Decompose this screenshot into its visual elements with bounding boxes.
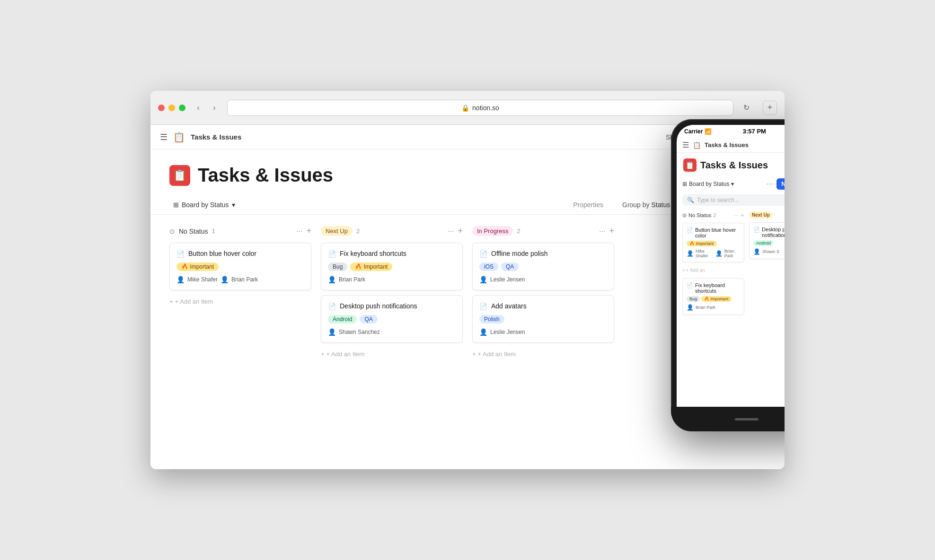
phone-view-selector[interactable]: ⊞ Board by Status ▾ [682, 181, 734, 187]
phone-tag-bug: Bug [687, 296, 700, 302]
phone-avatar-1: 👤 [687, 250, 694, 257]
forward-button[interactable]: › [207, 101, 221, 115]
phone-assignees-3: 👤 Shawn S [753, 248, 785, 255]
column-header-no-status: ⊙ No Status 1 ··· + [169, 224, 311, 238]
no-status-icon: ⊙ [169, 228, 175, 235]
doc-icon: 📄 [176, 250, 185, 258]
phone-column-next-up: Next Up 📄 Desktop push notifications And… [749, 211, 785, 403]
card-add-avatars[interactable]: 📄 Add avatars Polish 👤 Leslie Jensen [472, 295, 614, 343]
card-tags: Bug 🔥 Important [328, 262, 456, 271]
column-add-no-status[interactable]: + [306, 226, 311, 236]
phone-hamburger-icon[interactable]: ☰ [682, 140, 689, 149]
view-selector[interactable]: ⊞ Board by Status ▾ [169, 199, 239, 210]
card-assignees: 👤 Leslie Jensen [479, 328, 607, 336]
card-assignees: 👤 Brian Park [328, 276, 456, 283]
group-by-button[interactable]: Group by Status [618, 199, 674, 210]
assignee-icon-1: 👤 [328, 328, 336, 336]
assignee-icon-1: 👤 [328, 276, 336, 283]
phone-chevron-icon: ▾ [731, 181, 734, 187]
phone-add-item-1[interactable]: + + Add an [682, 266, 744, 274]
tag-important: 🔥 Important [350, 262, 392, 271]
phone-carrier: Carrier 📶 [684, 128, 712, 135]
tag-android: Android [328, 315, 357, 324]
card-title: 📄 Fix keyboard shortcuts [328, 250, 456, 258]
card-title: 📄 Desktop push notifications [328, 302, 456, 310]
phone-assignee-4: Shawn S [762, 249, 779, 254]
phone-screen: Carrier 📶 3:57 PM ▶ 🔋 ☰ 📋 Tasks & Issues… [677, 125, 785, 407]
phone-card-desktop-push[interactable]: 📄 Desktop push notifications Android 👤 S… [749, 222, 785, 259]
phone-card-fix-keyboard[interactable]: 📄 Fix keyboard shortcuts Bug 🔥 Important… [682, 278, 744, 315]
minimize-button[interactable] [168, 105, 175, 111]
add-item-next-up[interactable]: + + Add an Item [321, 348, 463, 360]
url-text: notion.so [472, 104, 499, 112]
phone-toolbar-more[interactable]: ··· [767, 180, 773, 188]
phone-toolbar: ⊞ Board by Status ▾ ··· New Item [677, 175, 785, 192]
column-count-next-up: 2 [356, 228, 360, 235]
close-button[interactable] [158, 105, 165, 111]
doc-icon: 📄 [328, 250, 336, 258]
assignee-icon-1: 👤 [479, 328, 487, 336]
column-more-next-up[interactable]: ··· [448, 227, 454, 236]
phone-tag-important: 🔥 Important [687, 241, 717, 246]
card-fix-keyboard[interactable]: 📄 Fix keyboard shortcuts Bug 🔥 Important… [321, 243, 463, 290]
browser-window: ‹ › 🔒 notion.so ↻ + ☰ 📋 Tasks & Issues S… [150, 91, 785, 469]
add-item-no-status[interactable]: + + Add an Item [169, 295, 311, 308]
card-tags: 🔥 Important [176, 262, 304, 271]
maximize-button[interactable] [179, 105, 185, 111]
add-icon: + [472, 350, 476, 358]
column-add-next-up[interactable]: + [458, 226, 463, 236]
phone-card-tags-2: Bug 🔥 Important [687, 296, 740, 302]
assignee-icon-1: 👤 [479, 276, 487, 283]
card-assignees: 👤 Mike Shafer 👤 Brian Park [176, 276, 304, 283]
card-title-text: Fix keyboard shortcuts [340, 250, 406, 257]
column-in-progress: In Progress 2 ··· + 📄 Offline mode polis… [472, 224, 614, 460]
phone-col-title: No Status [688, 212, 711, 218]
phone-col-add[interactable]: + [741, 211, 744, 219]
phone-new-item-button[interactable]: New Item [776, 178, 785, 190]
phone-column-no-status: ⊙ No Status 2 ··· + 📄 Button blue hover … [682, 211, 744, 403]
card-offline-mode[interactable]: 📄 Offline mode polish iOS QA 👤 Leslie Je… [472, 243, 614, 290]
phone-status-bar: Carrier 📶 3:57 PM ▶ 🔋 [677, 125, 785, 138]
card-desktop-push[interactable]: 📄 Desktop push notifications Android QA … [321, 295, 463, 343]
new-tab-button[interactable]: + [763, 101, 777, 115]
phone-tag-android: Android [753, 240, 774, 246]
hamburger-icon[interactable]: ☰ [160, 132, 168, 142]
phone-nav: ☰ 📋 Tasks & Issues ··· ⬆ 🕐 [677, 138, 785, 153]
column-add-in-progress[interactable]: + [609, 226, 614, 236]
assignee-name-1: Shawn Sanchez [339, 329, 380, 335]
phone-search-placeholder: Type to search... [697, 197, 739, 203]
phone-avatar-4: 👤 [753, 248, 760, 255]
add-item-in-progress[interactable]: + + Add an Item [472, 348, 614, 360]
assignee-icon-1: 👤 [176, 276, 185, 283]
phone-col-more[interactable]: ··· [734, 212, 739, 219]
reload-button[interactable]: ↻ [739, 101, 753, 115]
card-button-hover[interactable]: 📄 Button blue hover color 🔥 Important 👤 … [169, 243, 311, 290]
card-title-text: Desktop push notifications [340, 302, 417, 310]
add-icon: + [321, 350, 325, 358]
assignee-name-2: Brian Park [231, 276, 258, 283]
phone-col-header-no-status: ⊙ No Status 2 ··· + [682, 211, 744, 219]
phone-assignee-1: Mike Shafer [696, 249, 714, 258]
assignee-name-1: Leslie Jensen [490, 329, 525, 335]
column-more-no-status[interactable]: ··· [296, 227, 302, 236]
tag-bug: Bug [328, 262, 347, 271]
phone-mockup: Carrier 📶 3:57 PM ▶ 🔋 ☰ 📋 Tasks & Issues… [671, 119, 785, 431]
traffic-lights [158, 105, 185, 111]
phone-search[interactable]: 🔍 Type to search... [682, 194, 785, 206]
phone-add-icon: + [682, 268, 685, 273]
phone-board-icon: ⊞ [682, 181, 687, 187]
address-bar[interactable]: 🔒 notion.so [227, 100, 733, 116]
tag-important: 🔥 Important [176, 262, 219, 271]
phone-card-button-hover[interactable]: 📄 Button blue hover color 🔥 Important 👤 … [682, 223, 744, 262]
back-button[interactable]: ‹ [191, 101, 205, 115]
tag-qa: QA [501, 262, 519, 271]
phone-col-header-next-up: Next Up [749, 211, 785, 219]
properties-button[interactable]: Properties [569, 199, 607, 210]
column-count-no-status: 1 [212, 228, 215, 235]
assignee-name-1: Leslie Jensen [490, 276, 525, 283]
phone-home-bar[interactable] [735, 418, 759, 420]
column-more-in-progress[interactable]: ··· [599, 227, 605, 236]
phone-card-text: Button blue hover color [695, 227, 740, 238]
phone-card-text-2: Fix keyboard shortcuts [695, 282, 740, 294]
phone-board-content: ⊙ No Status 2 ··· + 📄 Button blue hover … [677, 208, 785, 407]
